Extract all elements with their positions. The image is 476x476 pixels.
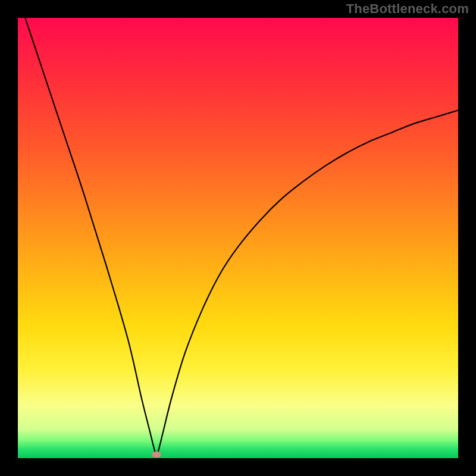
bottleneck-curve [18,18,458,458]
plot-area [18,18,458,458]
minimum-marker [152,452,161,458]
watermark-label: TheBottleneck.com [346,1,469,17]
chart-frame: TheBottleneck.com [0,0,476,476]
